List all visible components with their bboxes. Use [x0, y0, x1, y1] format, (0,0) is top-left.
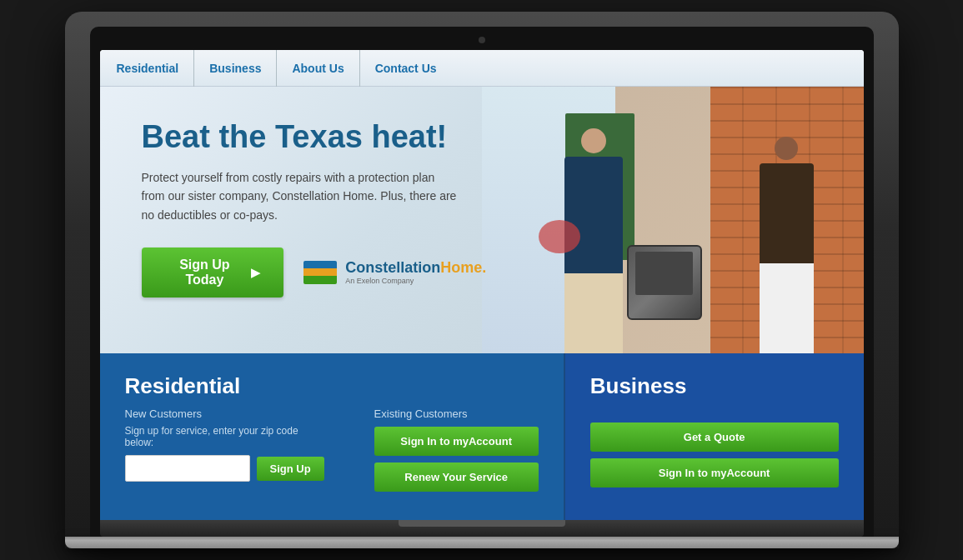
- bottom-section: Residential New Customers Sign up for se…: [100, 353, 864, 520]
- hero-subtitle: Protect yourself from costly repairs wit…: [142, 168, 459, 224]
- flowers-decoration: [539, 220, 589, 270]
- get-quote-button[interactable]: Get a Quote: [590, 422, 839, 452]
- zip-input[interactable]: [125, 455, 250, 482]
- hero-content: Beat the Texas heat! Protect yourself fr…: [100, 87, 520, 353]
- laptop-bottom: [65, 537, 899, 548]
- renew-service-button[interactable]: Renew Your Service: [374, 462, 539, 492]
- hero-actions: Sign Up Today ▶ Constellation: [142, 248, 487, 298]
- new-customers-label: New Customers: [125, 408, 324, 420]
- laptop-base: [100, 520, 864, 537]
- residential-title: Residential: [125, 373, 539, 399]
- ac-unit-icon: [627, 245, 702, 320]
- constellation-name: ConstellationHome.: [345, 259, 486, 277]
- hero-bg: [482, 87, 864, 353]
- hero-section: Beat the Texas heat! Protect yourself fr…: [100, 87, 864, 353]
- nav-links: Residential Business About Us Contact Us: [117, 50, 452, 87]
- hero-cta-label: Sign Up Today: [165, 258, 245, 288]
- hero-cta-button[interactable]: Sign Up Today ▶: [142, 248, 284, 298]
- constellation-flag-icon: [303, 261, 337, 284]
- zip-row: Sign Up: [125, 455, 324, 482]
- signup-zip-button[interactable]: Sign Up: [257, 457, 324, 481]
- nav-link-residential[interactable]: Residential: [117, 50, 195, 87]
- existing-customers-col: Existing Customers Sign In to myAccount …: [374, 408, 539, 498]
- browser-window: Residential Business About Us Contact Us…: [100, 50, 864, 520]
- person-customer: [755, 137, 818, 353]
- business-signin-button[interactable]: Sign In to myAccount: [590, 458, 839, 488]
- laptop-frame: Residential Business About Us Contact Us…: [65, 12, 899, 548]
- camera: [479, 37, 485, 43]
- zip-prompt: Sign up for service, enter your zip code…: [125, 425, 324, 448]
- laptop-hinge: [399, 520, 565, 527]
- business-title: Business: [590, 373, 839, 399]
- existing-customers-label: Existing Customers: [374, 408, 539, 420]
- nav-link-business[interactable]: Business: [194, 50, 277, 87]
- nav-bar: Residential Business About Us Contact Us: [100, 50, 864, 87]
- new-customers-col: New Customers Sign up for service, enter…: [125, 408, 324, 498]
- hero-image: [482, 87, 864, 353]
- screen-bezel: Residential Business About Us Contact Us…: [90, 27, 874, 537]
- business-section: Business Get a Quote Sign In to myAccoun…: [565, 353, 864, 520]
- nav-link-about[interactable]: About Us: [277, 50, 359, 87]
- constellation-brand: ConstellationHome. An Exelon Company: [345, 259, 486, 285]
- business-buttons: Get a Quote Sign In to myAccount: [590, 422, 839, 488]
- signin-account-button[interactable]: Sign In to myAccount: [374, 427, 539, 456]
- constellation-logo: ConstellationHome. An Exelon Company: [303, 259, 486, 285]
- existing-customer-buttons: Sign In to myAccount Renew Your Service: [374, 427, 539, 492]
- constellation-tagline: An Exelon Company: [345, 277, 486, 285]
- hero-title: Beat the Texas heat!: [142, 120, 487, 155]
- nav-link-contact[interactable]: Contact Us: [360, 50, 452, 87]
- customers-row: New Customers Sign up for service, enter…: [125, 408, 539, 498]
- residential-section: Residential New Customers Sign up for se…: [100, 353, 565, 520]
- hero-cta-arrow-icon: ▶: [251, 266, 260, 279]
